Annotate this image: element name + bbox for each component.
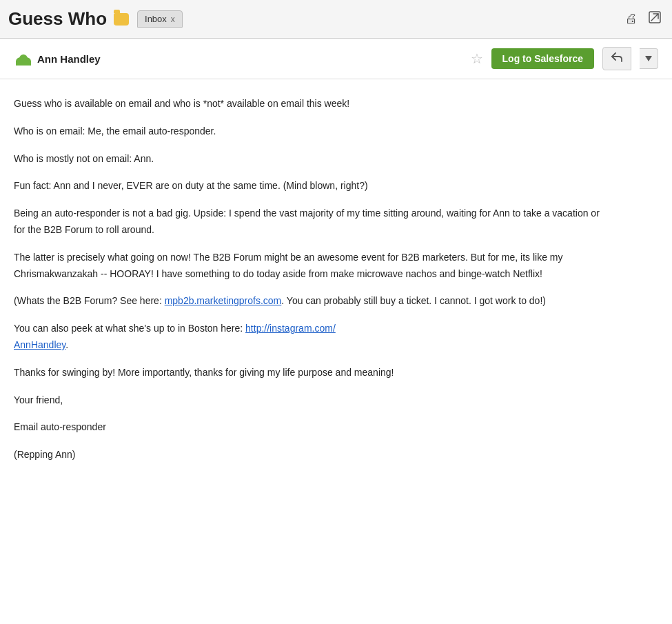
reply-button[interactable] xyxy=(602,47,631,70)
folder-icon xyxy=(114,13,129,26)
email-header: Ann Handley ☆ Log to Salesforce xyxy=(0,39,672,79)
body-paragraph-1: Guess who is available on email and who … xyxy=(14,96,607,112)
marketingprofs-link[interactable]: mpb2b.marketingprofs.com xyxy=(165,295,282,306)
top-bar-actions: 🖨 xyxy=(622,10,664,28)
body-paragraph-10: Your friend, xyxy=(14,392,607,409)
body-paragraph-7: (Whats the B2B Forum? See here: mpb2b.ma… xyxy=(14,293,607,310)
top-bar: Guess Who Inbox x 🖨 xyxy=(0,0,672,39)
svg-marker-6 xyxy=(645,56,652,61)
print-button[interactable]: 🖨 xyxy=(622,10,640,28)
body-p7-prefix: (Whats the B2B Forum? See here: xyxy=(14,295,165,306)
body-paragraph-8: You can also peek at what she's up to in… xyxy=(14,321,607,354)
body-p8-suffix: . xyxy=(65,339,68,350)
sender-name: Ann Handley xyxy=(37,53,101,65)
body-paragraph-9: Thanks for swinging by! More importantly… xyxy=(14,365,607,381)
email-body: Guess who is available on email and who … xyxy=(0,79,620,496)
svg-line-1 xyxy=(651,14,658,21)
dropdown-button[interactable] xyxy=(640,48,658,69)
body-p8-prefix: You can also peek at what she's up to in… xyxy=(14,323,245,334)
body-paragraph-5: Being an auto-responder is not a bad gig… xyxy=(14,205,607,239)
body-paragraph-12: (Repping Ann) xyxy=(14,447,607,463)
body-paragraph-3: Who is mostly not on email: Ann. xyxy=(14,151,607,168)
body-paragraph-6: The latter is precisely what going on no… xyxy=(14,250,607,283)
body-paragraph-4: Fun fact: Ann and I never, EVER are on d… xyxy=(14,178,607,194)
reply-icon xyxy=(611,52,622,62)
body-paragraph-2: Who is on email: Me, the email auto-resp… xyxy=(14,123,607,140)
sender-info: Ann Handley xyxy=(14,52,101,66)
star-button[interactable]: ☆ xyxy=(471,50,483,67)
inbox-tab[interactable]: Inbox x xyxy=(137,10,183,28)
tab-label: Inbox xyxy=(145,14,167,24)
expand-button[interactable] xyxy=(646,10,664,28)
cloud-icon xyxy=(14,52,33,66)
svg-rect-5 xyxy=(16,61,31,66)
body-p7-suffix: . You can probably still buy a ticket. I… xyxy=(281,295,546,306)
body-paragraph-11: Email auto-responder xyxy=(14,419,607,436)
app-title: Guess Who xyxy=(8,8,107,30)
chevron-down-icon xyxy=(645,56,652,61)
log-salesforce-button[interactable]: Log to Salesforce xyxy=(491,48,594,69)
tab-close-button[interactable]: x xyxy=(171,15,175,23)
